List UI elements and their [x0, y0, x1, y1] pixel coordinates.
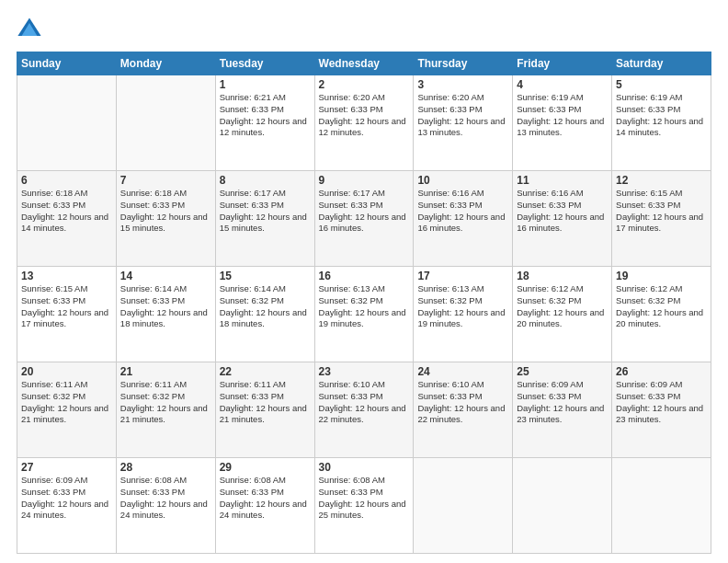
day-info: Sunrise: 6:12 AM Sunset: 6:32 PM Dayligh… — [616, 283, 707, 330]
calendar-cell — [116, 75, 215, 171]
calendar-cell: 16Sunrise: 6:13 AM Sunset: 6:32 PM Dayli… — [314, 267, 414, 362]
calendar-cell: 9Sunrise: 6:17 AM Sunset: 6:33 PM Daylig… — [314, 171, 414, 267]
day-info: Sunrise: 6:11 AM Sunset: 6:32 PM Dayligh… — [120, 379, 211, 426]
calendar-cell: 29Sunrise: 6:08 AM Sunset: 6:33 PM Dayli… — [215, 458, 314, 554]
day-info: Sunrise: 6:19 AM Sunset: 6:33 PM Dayligh… — [517, 92, 608, 139]
day-info: Sunrise: 6:18 AM Sunset: 6:33 PM Dayligh… — [120, 188, 211, 235]
calendar-cell: 12Sunrise: 6:15 AM Sunset: 6:33 PM Dayli… — [612, 171, 711, 267]
calendar-cell — [17, 75, 117, 171]
day-number: 13 — [21, 270, 112, 282]
day-info: Sunrise: 6:08 AM Sunset: 6:33 PM Dayligh… — [319, 475, 410, 522]
calendar-header: SundayMondayTuesdayWednesdayThursdayFrid… — [17, 52, 711, 75]
calendar-cell: 23Sunrise: 6:10 AM Sunset: 6:33 PM Dayli… — [314, 362, 414, 458]
day-number: 29 — [220, 461, 311, 474]
day-number: 27 — [21, 461, 112, 474]
day-info: Sunrise: 6:09 AM Sunset: 6:33 PM Dayligh… — [21, 475, 112, 522]
calendar-cell: 26Sunrise: 6:09 AM Sunset: 6:33 PM Dayli… — [612, 362, 711, 458]
calendar-cell — [513, 458, 612, 554]
day-number: 18 — [517, 270, 608, 282]
calendar-body: 1Sunrise: 6:21 AM Sunset: 6:33 PM Daylig… — [17, 75, 711, 554]
day-info: Sunrise: 6:11 AM Sunset: 6:33 PM Dayligh… — [220, 379, 311, 426]
day-info: Sunrise: 6:13 AM Sunset: 6:32 PM Dayligh… — [417, 283, 508, 330]
day-number: 19 — [616, 270, 707, 282]
day-info: Sunrise: 6:18 AM Sunset: 6:33 PM Dayligh… — [21, 188, 112, 235]
page: SundayMondayTuesdayWednesdayThursdayFrid… — [0, 0, 728, 563]
calendar-week-row: 20Sunrise: 6:11 AM Sunset: 6:32 PM Dayli… — [17, 362, 711, 458]
day-number: 24 — [417, 365, 508, 378]
day-number: 1 — [220, 78, 311, 91]
calendar-cell: 7Sunrise: 6:18 AM Sunset: 6:33 PM Daylig… — [116, 171, 215, 267]
day-info: Sunrise: 6:09 AM Sunset: 6:33 PM Dayligh… — [517, 379, 608, 426]
calendar-cell: 19Sunrise: 6:12 AM Sunset: 6:32 PM Dayli… — [612, 267, 711, 362]
logo — [17, 17, 46, 42]
header-cell-tuesday: Tuesday — [215, 52, 314, 75]
day-number: 12 — [616, 174, 707, 187]
calendar-cell: 25Sunrise: 6:09 AM Sunset: 6:33 PM Dayli… — [513, 362, 612, 458]
day-number: 15 — [220, 270, 311, 282]
calendar-week-row: 1Sunrise: 6:21 AM Sunset: 6:33 PM Daylig… — [17, 75, 711, 171]
day-info: Sunrise: 6:21 AM Sunset: 6:33 PM Dayligh… — [220, 92, 311, 139]
day-number: 7 — [120, 174, 211, 187]
day-number: 21 — [120, 365, 211, 378]
header-cell-saturday: Saturday — [612, 52, 711, 75]
calendar-cell: 2Sunrise: 6:20 AM Sunset: 6:33 PM Daylig… — [314, 75, 414, 171]
calendar-cell: 5Sunrise: 6:19 AM Sunset: 6:33 PM Daylig… — [612, 75, 711, 171]
calendar-cell: 3Sunrise: 6:20 AM Sunset: 6:33 PM Daylig… — [414, 75, 513, 171]
calendar-cell: 18Sunrise: 6:12 AM Sunset: 6:32 PM Dayli… — [513, 267, 612, 362]
day-info: Sunrise: 6:09 AM Sunset: 6:33 PM Dayligh… — [616, 379, 707, 426]
day-info: Sunrise: 6:16 AM Sunset: 6:33 PM Dayligh… — [417, 188, 508, 235]
day-info: Sunrise: 6:19 AM Sunset: 6:33 PM Dayligh… — [616, 92, 707, 139]
calendar-cell: 24Sunrise: 6:10 AM Sunset: 6:33 PM Dayli… — [414, 362, 513, 458]
day-number: 26 — [616, 365, 707, 378]
calendar-cell: 8Sunrise: 6:17 AM Sunset: 6:33 PM Daylig… — [215, 171, 314, 267]
day-info: Sunrise: 6:15 AM Sunset: 6:33 PM Dayligh… — [21, 283, 112, 330]
day-info: Sunrise: 6:20 AM Sunset: 6:33 PM Dayligh… — [417, 92, 508, 139]
header-cell-wednesday: Wednesday — [314, 52, 414, 75]
day-number: 20 — [21, 365, 112, 378]
calendar-week-row: 13Sunrise: 6:15 AM Sunset: 6:33 PM Dayli… — [17, 267, 711, 362]
day-info: Sunrise: 6:13 AM Sunset: 6:32 PM Dayligh… — [319, 283, 410, 330]
calendar-cell: 15Sunrise: 6:14 AM Sunset: 6:32 PM Dayli… — [215, 267, 314, 362]
header-cell-sunday: Sunday — [17, 52, 117, 75]
day-number: 16 — [319, 270, 410, 282]
day-info: Sunrise: 6:11 AM Sunset: 6:32 PM Dayligh… — [21, 379, 112, 426]
calendar-cell: 28Sunrise: 6:08 AM Sunset: 6:33 PM Dayli… — [116, 458, 215, 554]
calendar-cell: 10Sunrise: 6:16 AM Sunset: 6:33 PM Dayli… — [414, 171, 513, 267]
day-number: 11 — [517, 174, 608, 187]
calendar-cell: 20Sunrise: 6:11 AM Sunset: 6:32 PM Dayli… — [17, 362, 117, 458]
calendar-cell: 6Sunrise: 6:18 AM Sunset: 6:33 PM Daylig… — [17, 171, 117, 267]
logo-icon — [17, 17, 42, 42]
calendar-cell: 30Sunrise: 6:08 AM Sunset: 6:33 PM Dayli… — [314, 458, 414, 554]
day-number: 30 — [319, 461, 410, 474]
day-info: Sunrise: 6:14 AM Sunset: 6:32 PM Dayligh… — [220, 283, 311, 330]
day-info: Sunrise: 6:12 AM Sunset: 6:32 PM Dayligh… — [517, 283, 608, 330]
day-number: 2 — [319, 78, 410, 91]
day-number: 3 — [417, 78, 508, 91]
calendar-cell: 17Sunrise: 6:13 AM Sunset: 6:32 PM Dayli… — [414, 267, 513, 362]
calendar-cell: 22Sunrise: 6:11 AM Sunset: 6:33 PM Dayli… — [215, 362, 314, 458]
header-row: SundayMondayTuesdayWednesdayThursdayFrid… — [17, 52, 711, 75]
day-info: Sunrise: 6:17 AM Sunset: 6:33 PM Dayligh… — [220, 188, 311, 235]
day-info: Sunrise: 6:17 AM Sunset: 6:33 PM Dayligh… — [319, 188, 410, 235]
day-number: 28 — [120, 461, 211, 474]
day-number: 25 — [517, 365, 608, 378]
day-info: Sunrise: 6:15 AM Sunset: 6:33 PM Dayligh… — [616, 188, 707, 235]
day-number: 9 — [319, 174, 410, 187]
calendar-week-row: 27Sunrise: 6:09 AM Sunset: 6:33 PM Dayli… — [17, 458, 711, 554]
calendar-cell: 11Sunrise: 6:16 AM Sunset: 6:33 PM Dayli… — [513, 171, 612, 267]
calendar-week-row: 6Sunrise: 6:18 AM Sunset: 6:33 PM Daylig… — [17, 171, 711, 267]
day-number: 10 — [417, 174, 508, 187]
day-number: 23 — [319, 365, 410, 378]
day-number: 17 — [417, 270, 508, 282]
calendar-table: SundayMondayTuesdayWednesdayThursdayFrid… — [17, 52, 711, 554]
day-number: 8 — [220, 174, 311, 187]
day-info: Sunrise: 6:14 AM Sunset: 6:33 PM Dayligh… — [120, 283, 211, 330]
header-cell-thursday: Thursday — [414, 52, 513, 75]
calendar-cell: 4Sunrise: 6:19 AM Sunset: 6:33 PM Daylig… — [513, 75, 612, 171]
day-info: Sunrise: 6:10 AM Sunset: 6:33 PM Dayligh… — [319, 379, 410, 426]
calendar-cell: 13Sunrise: 6:15 AM Sunset: 6:33 PM Dayli… — [17, 267, 117, 362]
day-info: Sunrise: 6:20 AM Sunset: 6:33 PM Dayligh… — [319, 92, 410, 139]
header-cell-monday: Monday — [116, 52, 215, 75]
day-number: 4 — [517, 78, 608, 91]
calendar-cell — [612, 458, 711, 554]
